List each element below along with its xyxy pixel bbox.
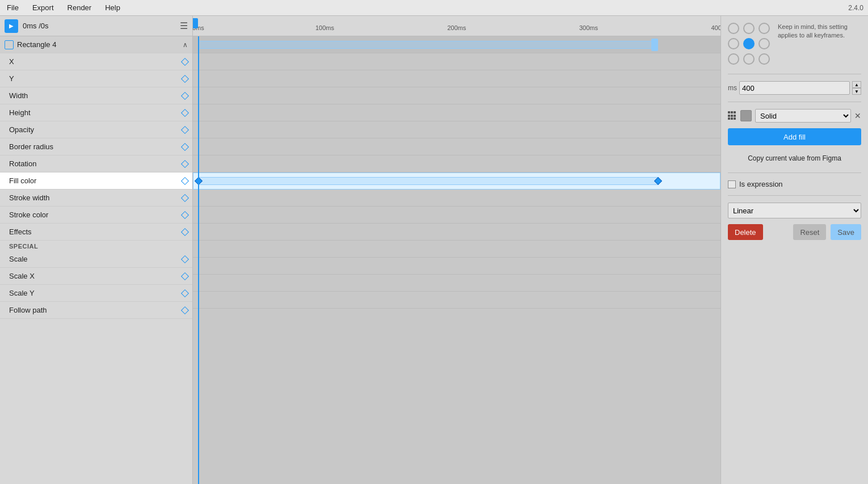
interp-dot-0-1[interactable]	[743, 23, 755, 34]
interp-dot-2-1[interactable]	[743, 53, 755, 65]
timeline-row-stroke-width	[193, 190, 720, 207]
ms-value-input[interactable]	[739, 81, 850, 95]
prop-row-scale-y[interactable]: Scale Y	[0, 285, 192, 302]
prop-name-border-radius: Border radius	[9, 142, 182, 151]
group-end-marker[interactable]	[651, 39, 658, 51]
timeline-row-x	[193, 53, 720, 70]
is-expression-row: Is expression	[728, 180, 861, 188]
keyframe-rotation[interactable]	[181, 159, 189, 167]
reset-button[interactable]: Reset	[793, 224, 826, 240]
keyframe-scale[interactable]	[181, 255, 189, 263]
interp-dot-2-2[interactable]	[759, 53, 770, 65]
grid-dot-5	[731, 115, 733, 117]
prop-row-border-radius[interactable]: Border radius	[0, 138, 192, 155]
layer-group-header[interactable]: Rectangle 4 ∧	[0, 36, 192, 53]
scrubber-line	[198, 36, 199, 484]
menu-file[interactable]: File	[5, 2, 21, 13]
easing-select[interactable]: Linear Ease In Ease Out Ease In Out Cust…	[728, 203, 861, 218]
timeline-row-stroke-color	[193, 207, 720, 224]
prop-row-fill-color[interactable]: Fill color	[0, 172, 192, 190]
menu-help[interactable]: Help	[103, 2, 123, 13]
prop-name-width: Width	[9, 91, 182, 100]
prop-row-stroke-color[interactable]: Stroke color	[0, 207, 192, 224]
fill-type-select[interactable]: Solid Linear Radial	[755, 109, 851, 123]
prop-row-stroke-width[interactable]: Stroke width	[0, 190, 192, 207]
keyframe-stroke-color[interactable]	[181, 211, 189, 218]
ms-spin-up[interactable]: ▲	[852, 81, 861, 88]
grid-dot-6	[734, 115, 736, 117]
grid-icon[interactable]	[728, 111, 737, 120]
keyframe-scale-y[interactable]	[181, 289, 189, 297]
prop-name-scale-x: Scale X	[9, 272, 182, 280]
fill-color-range-bar	[199, 177, 659, 185]
prop-row-width[interactable]: Width	[0, 87, 192, 104]
keyframe-x[interactable]	[181, 57, 189, 65]
prop-name-scale: Scale	[9, 255, 182, 263]
keyframe-border-radius[interactable]	[181, 142, 189, 150]
keyframe-effects[interactable]	[181, 228, 189, 235]
keyframe-opacity[interactable]	[181, 125, 189, 133]
timeline-menu-icon[interactable]: ☰	[180, 20, 188, 31]
divider-3	[728, 172, 861, 173]
prop-name-x: X	[9, 57, 182, 66]
keyframe-scale-x[interactable]	[181, 272, 189, 280]
keyframe-follow-path[interactable]	[181, 306, 189, 314]
timeline-row-group	[193, 36, 720, 53]
interp-dot-0-2[interactable]	[759, 23, 770, 34]
fill-type-close-icon[interactable]: ✕	[854, 111, 861, 120]
timeline-content	[193, 36, 720, 484]
layer-collapse-icon[interactable]: ∧	[183, 41, 188, 49]
interp-dot-1-0[interactable]	[728, 38, 739, 49]
special-section-label: SPECIAL	[0, 241, 192, 251]
grid-dot-2	[731, 111, 733, 113]
is-expression-checkbox[interactable]	[728, 180, 736, 188]
menu-export[interactable]: Export	[30, 2, 56, 13]
timeline-ruler: 0ms 100ms 200ms 300ms 400ms	[193, 16, 720, 33]
grid-dot-3	[734, 111, 736, 113]
add-fill-button[interactable]: Add fill	[728, 128, 861, 145]
grid-dot-7	[728, 117, 730, 120]
prop-row-y[interactable]: Y	[0, 70, 192, 87]
prop-name-opacity: Opacity	[9, 125, 182, 134]
tick-100ms: 100ms	[315, 24, 334, 31]
timeline-header[interactable]: 0ms 100ms 200ms 300ms 400ms	[193, 16, 720, 36]
save-button[interactable]: Save	[831, 224, 861, 240]
prop-row-rotation[interactable]: Rotation	[0, 155, 192, 172]
prop-row-follow-path[interactable]: Follow path	[0, 302, 192, 319]
interp-dot-2-0[interactable]	[728, 53, 739, 65]
ms-spin-down[interactable]: ▼	[852, 88, 861, 95]
delete-button[interactable]: Delete	[728, 224, 763, 240]
keyframe-stroke-width[interactable]	[181, 193, 189, 201]
timeline-row-y	[193, 70, 720, 87]
prop-name-y: Y	[9, 74, 182, 83]
copy-figma-button[interactable]: Copy current value from Figma	[728, 151, 861, 166]
interp-dot-1-1[interactable]	[743, 38, 755, 49]
prop-row-scale[interactable]: Scale	[0, 251, 192, 268]
interp-dot-0-0[interactable]	[728, 23, 739, 34]
timeline-row-fill-color[interactable]	[193, 172, 720, 190]
prop-row-effects[interactable]: Effects	[0, 224, 192, 241]
prop-row-x[interactable]: X	[0, 53, 192, 70]
play-button[interactable]: ▶	[5, 19, 18, 33]
ms-label: ms	[728, 84, 737, 92]
keyframe-y[interactable]	[181, 74, 189, 82]
menu-render[interactable]: Render	[65, 2, 94, 13]
prop-row-scale-x[interactable]: Scale X	[0, 268, 192, 285]
divider-2	[728, 102, 861, 102]
keyframe-fill-color[interactable]	[181, 176, 189, 184]
grid-dot-1	[728, 111, 730, 113]
fill-color-swatch[interactable]	[740, 110, 752, 121]
scrubber-head[interactable]	[193, 18, 198, 28]
layer-name: Rectangle 4	[17, 40, 183, 49]
prop-row-opacity[interactable]: Opacity	[0, 121, 192, 138]
hint-row: Keep in mind, this setting applies to al…	[728, 23, 861, 67]
right-panel: Keep in mind, this setting applies to al…	[720, 16, 868, 484]
keyframe-width[interactable]	[181, 91, 189, 99]
prop-name-height: Height	[9, 108, 182, 117]
timeline-row-scale	[193, 241, 720, 258]
prop-row-height[interactable]: Height	[0, 104, 192, 121]
keyframe-height[interactable]	[181, 108, 189, 116]
interp-dot-1-2[interactable]	[759, 38, 770, 49]
prop-name-fill-color: Fill color	[9, 176, 182, 185]
timeline-row-scale-y	[193, 275, 720, 292]
